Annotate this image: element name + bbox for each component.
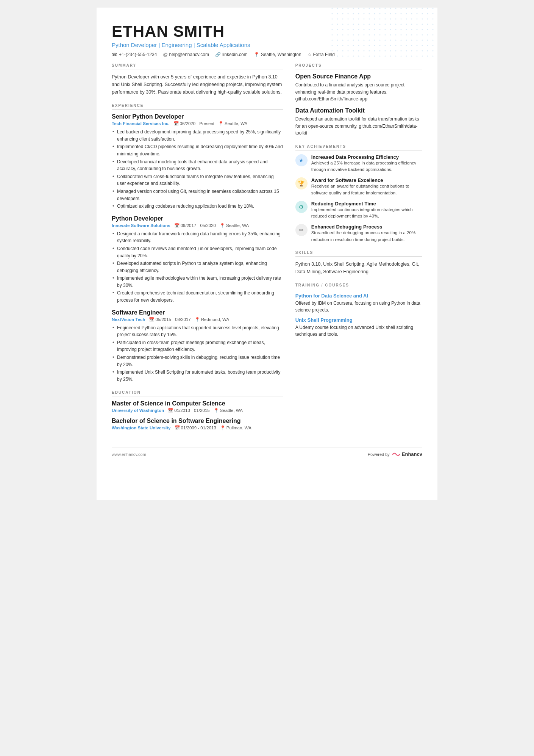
job-3-company: NextVision Tech	[112, 317, 145, 322]
job-3-location: 📍 Redmond, WA	[195, 317, 229, 322]
edu-2-dates: 📅 01/2009 - 01/2013	[175, 425, 216, 430]
training-1-title: Python for Data Science and AI	[295, 293, 422, 299]
powered-by-text: Powered by	[368, 452, 390, 457]
page-footer: www.enhancv.com Powered by Enhancv	[112, 447, 422, 457]
achievement-3-icon: ⚙	[295, 201, 308, 213]
achievement-1-icon: ★	[295, 154, 308, 166]
job-3: Software Engineer NextVision Tech 📅 05/2…	[112, 309, 283, 383]
candidate-name: ETHAN SMITH	[112, 23, 422, 40]
calendar-icon: 📅	[175, 425, 180, 430]
bullet: Implemented agile methodologies within t…	[112, 275, 283, 289]
job-1-location: 📍 Seattle, WA	[218, 121, 247, 126]
achievement-3-desc: Implemented continuous integration strat…	[311, 207, 422, 220]
education-section: EDUCATION Master of Science in Computer …	[112, 390, 283, 430]
achievement-4: ✏ Enhanced Debugging Process Streamlined…	[295, 224, 422, 243]
achievement-1: ★ Increased Data Processing Efficiency A…	[295, 154, 422, 173]
edu-2-school: Washington State University	[112, 426, 171, 430]
projects-section: PROJECTS Open Source Finance App Contrib…	[295, 63, 422, 137]
skills-section: SKILLS Python 3.10, Unix Shell Scripting…	[295, 250, 422, 275]
job-2-dates: 📅 09/2017 - 05/2020	[174, 223, 216, 228]
right-column: PROJECTS Open Source Finance App Contrib…	[295, 63, 422, 438]
bullet: Implemented CI/CD pipelines resulting in…	[112, 143, 283, 157]
achievements-section: KEY ACHIEVEMENTS ★ Increased Data Proces…	[295, 144, 422, 243]
achievement-2-icon: 🏆	[295, 177, 308, 189]
achievement-1-desc: Achieved a 25% increase in data processi…	[311, 160, 422, 173]
edu-2-degree: Bachelor of Science in Software Engineer…	[112, 418, 283, 424]
achievement-4-title: Enhanced Debugging Process	[311, 224, 422, 230]
candidate-title: Python Developer | Engineering | Scalabl…	[112, 42, 422, 48]
bullet: Implemented Unix Shell Scripting for aut…	[112, 369, 283, 383]
job-1: Senior Python Developer Tech Financial S…	[112, 113, 283, 210]
achievement-3-title: Reducing Deployment Time	[311, 201, 422, 207]
phone-contact: ☎ +1-(234)-555-1234	[112, 52, 157, 57]
bullet: Engineered Python applications that supp…	[112, 324, 283, 338]
achievement-2-desc: Received an award for outstanding contri…	[311, 183, 422, 196]
linkedin-contact: 🔗 linkedin.com	[215, 52, 248, 57]
edu-1-dates: 📅 01/2013 - 01/2015	[168, 408, 209, 413]
pin-icon: 📍	[220, 223, 225, 228]
bullet: Designed a modular framework reducing da…	[112, 230, 283, 244]
job-3-dates: 📅 05/2015 - 08/2017	[149, 317, 190, 322]
job-2-location: 📍 Seattle, WA	[220, 223, 249, 228]
project-2-title: Data Automation Toolkit	[295, 107, 422, 114]
summary-label: SUMMARY	[112, 63, 283, 69]
job-3-meta: NextVision Tech 📅 05/2015 - 08/2017 📍 Re…	[112, 317, 283, 322]
resume-page: ETHAN SMITH Python Developer | Engineeri…	[97, 8, 437, 500]
training-label: TRAINING / COURSES	[295, 283, 422, 289]
bullet: Demonstrated problem-solving skills in d…	[112, 354, 283, 368]
phone-icon: ☎	[112, 52, 117, 57]
job-1-meta: Tech Financial Services Inc. 📅 06/2020 -…	[112, 121, 283, 126]
bullet: Led backend development improving data p…	[112, 128, 283, 142]
bullet: Developed financial modeling tools that …	[112, 158, 283, 172]
contact-bar: ☎ +1-(234)-555-1234 @ help@enhancv.com 🔗…	[112, 52, 422, 57]
achievement-4-icon: ✏	[295, 224, 308, 236]
email-contact: @ help@enhancv.com	[163, 52, 209, 57]
bullet: Participated in cross-team project meeti…	[112, 339, 283, 353]
pin-icon: 📍	[195, 317, 200, 322]
training-section: TRAINING / COURSES Python for Data Scien…	[295, 283, 422, 338]
extra-contact: ☆ Extra Field	[308, 52, 335, 57]
job-1-company: Tech Financial Services Inc.	[112, 121, 170, 126]
achievement-2-title: Award for Software Excellence	[311, 177, 422, 183]
location-icon: 📍	[254, 52, 259, 57]
project-2-desc: Developed an automation toolkit for data…	[295, 116, 422, 137]
job-2-bullets: Designed a modular framework reducing da…	[112, 230, 283, 304]
calendar-icon: 📅	[174, 223, 180, 228]
location-contact: 📍 Seattle, Washington	[254, 52, 301, 57]
email-icon: @	[163, 52, 167, 57]
bullet: Collaborated with cross-functional teams…	[112, 173, 283, 187]
bullet: Managed version control using Git, resul…	[112, 188, 283, 202]
training-1-desc: Offered by IBM on Coursera, focusing on …	[295, 300, 422, 313]
edu-1-school: University of Washington	[112, 408, 164, 413]
calendar-icon: 📅	[173, 121, 179, 126]
edu-2: Bachelor of Science in Software Engineer…	[112, 418, 283, 430]
achievement-3: ⚙ Reducing Deployment Time Implemented c…	[295, 201, 422, 220]
project-1-desc: Contributed to a financial analysis open…	[295, 81, 422, 103]
job-3-title: Software Engineer	[112, 309, 283, 316]
main-content: SUMMARY Python Developer with over 5 yea…	[112, 63, 422, 438]
job-2-company: Innovate Software Solutions	[112, 223, 170, 228]
project-1-title: Open Source Finance App	[295, 73, 422, 80]
summary-section: SUMMARY Python Developer with over 5 yea…	[112, 63, 283, 96]
experience-label: EXPERIENCE	[112, 103, 283, 110]
skills-label: SKILLS	[295, 250, 422, 257]
calendar-icon: 📅	[149, 317, 154, 322]
footer-website: www.enhancv.com	[112, 452, 146, 457]
training-2-desc: A Udemy course focusing on advanced Unix…	[295, 324, 422, 338]
linkedin-icon: 🔗	[215, 52, 221, 57]
calendar-icon: 📅	[168, 408, 173, 413]
achievement-1-content: Increased Data Processing Efficiency Ach…	[311, 154, 422, 173]
achievement-2-content: Award for Software Excellence Received a…	[311, 177, 422, 196]
pin-icon: 📍	[214, 408, 219, 413]
bullet: Optimized existing codebase reducing app…	[112, 203, 283, 210]
achievement-3-content: Reducing Deployment Time Implemented con…	[311, 201, 422, 220]
edu-1-location: 📍 Seattle, WA	[214, 408, 243, 413]
pin-icon: 📍	[218, 121, 223, 126]
edu-1-degree: Master of Science in Computer Science	[112, 400, 283, 407]
achievements-label: KEY ACHIEVEMENTS	[295, 144, 422, 150]
skills-text: Python 3.10, Unix Shell Scripting, Agile…	[295, 260, 422, 275]
training-2-title: Unix Shell Programming	[295, 317, 422, 323]
edu-1-meta: University of Washington 📅 01/2013 - 01/…	[112, 408, 283, 413]
bullet: Developed automated scripts in Python to…	[112, 260, 283, 274]
enhancv-logo: Enhancv	[392, 451, 422, 457]
